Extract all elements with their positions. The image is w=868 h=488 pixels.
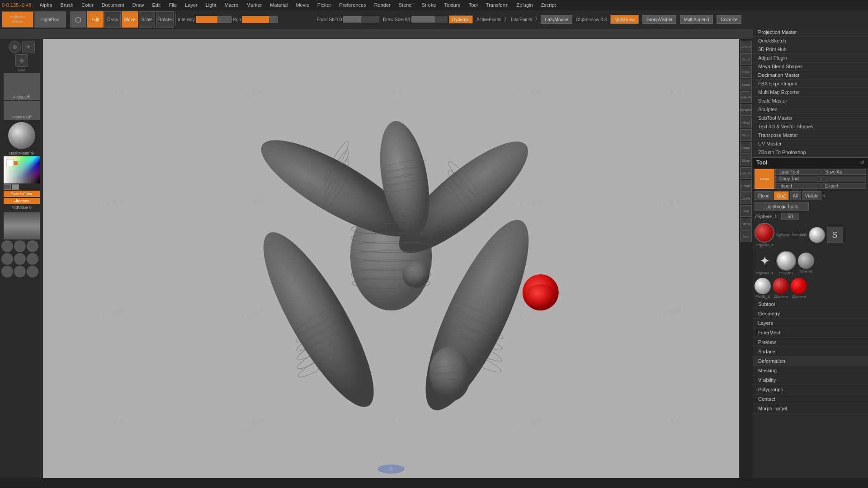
brush-9[interactable]	[27, 266, 38, 277]
tool-reset-icon[interactable]: ↺	[860, 160, 864, 166]
zplugin-transpose-master[interactable]: Transpose Master	[753, 131, 868, 140]
all-button[interactable]: All	[790, 191, 801, 200]
dynamic-button[interactable]: Dynamic	[449, 15, 473, 23]
zplugin-decimation-master[interactable]: Decimation Master	[753, 71, 868, 80]
brush-8[interactable]	[14, 266, 26, 277]
settings-icon[interactable]: ⊛	[15, 54, 28, 67]
menu-item-macro[interactable]: Macro	[221, 1, 242, 9]
menu-item-document[interactable]: Document	[98, 1, 128, 9]
zsphere-input[interactable]	[781, 213, 799, 220]
zplugin-quicksketch[interactable]: QuickSketch	[753, 37, 868, 45]
brush-7[interactable]	[1, 266, 13, 277]
tool-local-button[interactable]: Local	[755, 169, 774, 189]
masking-section[interactable]: Masking	[753, 366, 868, 375]
surface-section[interactable]: Surface	[753, 347, 868, 357]
edit-button[interactable]: Edit	[87, 11, 104, 28]
right-icon-11[interactable]: Rotate	[740, 180, 752, 192]
right-icon-14[interactable]: Transp	[740, 218, 752, 230]
preview-section[interactable]: Preview	[753, 338, 868, 347]
group-visible-button[interactable]: GroupVisible	[642, 15, 676, 24]
polystar-icon[interactable]: ✦	[755, 251, 774, 271]
right-icon-5[interactable]: Dynamic	[740, 104, 752, 116]
s-icon-thumb[interactable]: S	[827, 227, 843, 243]
zplugin-uv-master[interactable]: UV Master	[753, 140, 868, 148]
menu-item-brush[interactable]: Brush	[57, 1, 77, 9]
right-icon-6[interactable]: Persp	[740, 117, 752, 128]
right-icon-9[interactable]: Move	[740, 155, 752, 166]
menu-item-zscript[interactable]: Zscript	[538, 1, 560, 9]
zplugin-projection-master[interactable]: Projection Master	[753, 28, 868, 37]
subtool-section[interactable]: Subtool	[753, 300, 868, 309]
visible-button[interactable]: Visible	[802, 191, 821, 200]
move-button[interactable]: Move	[122, 11, 138, 28]
alpha-box[interactable]: Alpha Off	[4, 73, 40, 100]
deformation-section[interactable]: Deformation	[753, 357, 868, 366]
menu-item-zplugin[interactable]: Zplugin	[513, 1, 537, 9]
load-tool-button[interactable]: Load Tool	[775, 169, 821, 175]
right-icon-15[interactable]: Solo	[740, 230, 752, 242]
geometry-section[interactable]: Geometry	[753, 309, 868, 319]
right-icon-12[interactable]: LinFill	[740, 192, 752, 204]
rotate-button[interactable]: Rotate	[156, 11, 174, 28]
menu-item-tool[interactable]: Tool	[465, 1, 481, 9]
alternate-button[interactable]: Alternate	[4, 198, 40, 204]
menu-item-preferences[interactable]: Preferences	[335, 1, 369, 9]
draw-size-slider[interactable]	[411, 16, 448, 23]
main-viewport[interactable]: 人人素材 人人素材 人人素材 人人素材 人人素材 人人素材 人人素材 人人素材 …	[43, 39, 739, 478]
projection-master-button[interactable]: Projection Master	[2, 11, 33, 28]
export-button[interactable]: Export	[821, 183, 867, 189]
rgb-slider[interactable]	[242, 16, 278, 23]
pm3d-thumb[interactable]	[755, 278, 771, 294]
menu-item-color[interactable]: Color	[78, 1, 97, 9]
bg-color-swatch[interactable]	[4, 184, 11, 190]
zplugin-sculpteo[interactable]: Sculpteo	[753, 105, 868, 114]
lazy-mouse-button[interactable]: LazyMouse	[541, 15, 572, 24]
mode-icon-1[interactable]: ⬡	[70, 11, 86, 28]
goz-button[interactable]: GoZ	[774, 191, 788, 200]
fibermesh-section[interactable]: FiberMesh	[753, 328, 868, 338]
colorize-button[interactable]: Colorize	[717, 15, 741, 24]
zplugin-subtool-master[interactable]: SubTool Master	[753, 114, 868, 122]
menu-item-texture[interactable]: Texture	[441, 1, 464, 9]
menu-item-alpha[interactable]: Alpha	[36, 1, 56, 9]
zplugin-multi-map[interactable]: Multi Map Exporter	[753, 88, 868, 97]
brush-1[interactable]	[1, 240, 13, 252]
light-icon[interactable]: ☀	[22, 41, 35, 53]
zplugin-adjust-plugin[interactable]: Adjust Plugin	[753, 54, 868, 62]
zplugin-text3d[interactable]: Text 3D & Vector Shapes	[753, 122, 868, 131]
polygroups-section[interactable]: Polygroups	[753, 385, 868, 394]
orbit-icon[interactable]: ⊕	[9, 41, 21, 53]
right-icon-2[interactable]: Zoom	[740, 66, 752, 78]
menu-item-movie[interactable]: Movie	[292, 1, 312, 9]
menu-item-render[interactable]: Render	[371, 1, 394, 9]
menu-item-transform[interactable]: Transform	[482, 1, 512, 9]
menu-item-edit[interactable]: Edit	[148, 1, 164, 9]
fg-color-swatch[interactable]	[12, 184, 19, 190]
menu-item-stencil[interactable]: Stencil	[395, 1, 417, 9]
right-icon-13[interactable]: Pull	[740, 205, 752, 217]
brush-4[interactable]	[1, 253, 13, 265]
menu-item-light[interactable]: Light	[202, 1, 220, 9]
polymes-thumb[interactable]	[776, 251, 796, 271]
intensity-slider[interactable]	[196, 16, 232, 23]
draw-button[interactable]: Draw	[104, 11, 121, 28]
switch-color-button[interactable]: SwitchColor	[4, 191, 40, 197]
menu-item-draw[interactable]: Draw	[129, 1, 148, 9]
right-icon-7[interactable]: Floor	[740, 129, 752, 141]
zsphere-small-thumb[interactable]	[773, 278, 789, 294]
zplugin-3d-print-hub[interactable]: 3D Print Hub	[753, 45, 868, 54]
save-as-button[interactable]: Save As	[821, 169, 867, 175]
clone-button[interactable]: Clone	[755, 191, 773, 200]
zsphere2-small-thumb[interactable]	[791, 278, 807, 294]
right-icon-3[interactable]: Actual	[740, 79, 752, 90]
menu-item-file[interactable]: File	[165, 1, 180, 9]
brush-2[interactable]	[14, 240, 26, 252]
right-icon-1[interactable]: Scroll	[740, 53, 752, 65]
contact-section[interactable]: Contact	[753, 394, 868, 404]
brush-3[interactable]	[27, 240, 38, 252]
texture-box[interactable]: Texture Off	[4, 101, 40, 120]
focal-shift-slider[interactable]	[343, 16, 379, 23]
color-picker[interactable]	[4, 156, 40, 183]
import-button[interactable]: Import	[775, 183, 821, 189]
right-icon-0[interactable]: SPix 3	[740, 41, 752, 52]
